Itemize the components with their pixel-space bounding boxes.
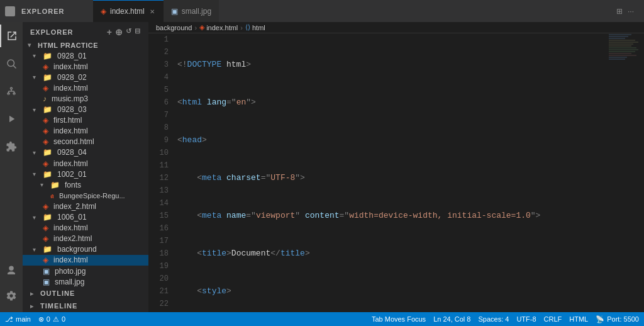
- app-icon: [5, 6, 15, 16]
- status-left: ⎇ main ⊗ 0 ⚠ 0: [5, 315, 65, 323]
- file-index2-1006_01[interactable]: ◈ index2.html: [23, 233, 148, 244]
- code-editor[interactable]: 12345 678910 1112131415 1617181920 21222…: [148, 33, 606, 312]
- file-label-first: first.html: [53, 116, 82, 125]
- status-line-ending[interactable]: CRLF: [544, 315, 562, 323]
- encoding-label: UTF-8: [516, 315, 536, 323]
- new-file-icon[interactable]: +: [107, 27, 113, 37]
- status-errors[interactable]: ⊗ 0 ⚠ 0: [38, 315, 65, 323]
- status-tab-moves[interactable]: Tab Moves Focus: [372, 315, 426, 323]
- activity-source-control[interactable]: [0, 80, 23, 103]
- folder-icon-fonts: 📁: [50, 181, 60, 189]
- tab-small-jpg[interactable]: ▣ small.jpg: [164, 0, 219, 22]
- file-music[interactable]: ♪ music.mp3: [23, 93, 148, 104]
- chevron-fonts: ▾: [40, 181, 48, 188]
- spaces-label: Spaces: 4: [478, 315, 509, 323]
- breadcrumb-background: background: [156, 24, 192, 31]
- outline-section[interactable]: ▸ OUTLINE: [23, 287, 148, 300]
- folder-label-1002_01: 1002_01: [57, 170, 87, 179]
- sidebar: EXPLORER + ⊕ ↺ ⊟ ▾ HTML PRACTICE ▾ 📁 092…: [23, 22, 148, 312]
- folder-fonts[interactable]: ▾ 📁 fonts: [23, 179, 148, 190]
- file-index-0928_03[interactable]: ◈ index.html: [23, 126, 148, 137]
- file-first[interactable]: ◈ first.html: [23, 115, 148, 126]
- warning-count: 0: [62, 315, 65, 323]
- folder-0928_02[interactable]: ▾ 📁 0928_02: [23, 72, 148, 82]
- more-actions-icon[interactable]: ···: [628, 7, 634, 16]
- breadcrumb-tag-icon: ⟨⟩: [245, 23, 250, 31]
- activity-settings[interactable]: [0, 284, 23, 307]
- activity-account[interactable]: [0, 259, 23, 282]
- breadcrumb: background › ◈ index.html › ⟨⟩ html: [148, 22, 644, 33]
- root-folder[interactable]: ▾ HTML PRACTICE: [23, 40, 148, 50]
- file-index-0928_02[interactable]: ◈ index.html: [23, 82, 148, 93]
- folder-0928_04[interactable]: ▾ 📁 0928_04: [23, 147, 148, 158]
- folder-background[interactable]: ▾ 📁 background: [23, 244, 148, 255]
- chevron-0928_03: ▾: [33, 106, 40, 113]
- status-port[interactable]: 📡 Port: 5500: [596, 315, 639, 323]
- folder-1006_01[interactable]: ▾ 📁 1006_01: [23, 212, 148, 223]
- file-label-bungeespice: BungeeSpice-Regu...: [59, 192, 125, 200]
- status-language[interactable]: HTML: [569, 315, 588, 323]
- chevron-0928_01: ▾: [33, 52, 40, 59]
- activity-explorer[interactable]: [0, 25, 23, 47]
- file-second[interactable]: ◈ second.html: [23, 137, 148, 147]
- breadcrumb-section: ⟨⟩ html: [245, 23, 265, 31]
- timeline-label: TIMELINE: [40, 302, 77, 310]
- status-spaces[interactable]: Spaces: 4: [478, 315, 509, 323]
- jpg-icon-1: ▣: [43, 267, 50, 276]
- folder-label-0928_04: 0928_04: [57, 148, 87, 157]
- file-index-0928_01[interactable]: ◈ index.html: [23, 61, 148, 72]
- chevron-0928_02: ▾: [33, 74, 40, 81]
- timeline-section[interactable]: ▸ TIMELINE: [23, 300, 148, 312]
- activity-bar: [0, 22, 23, 312]
- breadcrumb-sep-2: ›: [240, 24, 243, 31]
- code-content[interactable]: <!DOCTYPE html> <html lang="en"> <head> …: [175, 33, 606, 312]
- root-label: HTML PRACTICE: [38, 42, 98, 49]
- file-label-index-2: index_2.html: [53, 202, 96, 211]
- tab-index-html-label: index.html: [110, 7, 145, 16]
- svg-point-0: [8, 60, 14, 67]
- img-file-icon: ▣: [171, 7, 178, 16]
- file-index-0928_04[interactable]: ◈ index.html: [23, 158, 148, 169]
- editor-area: background › ◈ index.html › ⟨⟩ html 1234…: [148, 22, 644, 312]
- split-editor-icon[interactable]: ⊞: [616, 7, 623, 16]
- folder-0928_01[interactable]: ▾ 📁 0928_01: [23, 50, 148, 61]
- status-branch[interactable]: ⎇ main: [5, 315, 31, 323]
- code-line-5: <meta name="viewport" content="width=dev…: [177, 210, 606, 222]
- html-icon-2: ◈: [43, 84, 48, 93]
- activity-run[interactable]: [0, 108, 23, 130]
- refresh-icon[interactable]: ↺: [126, 27, 132, 37]
- folder-1002_01[interactable]: ▾ 📁 1002_01: [23, 169, 148, 179]
- file-index-2[interactable]: ◈ index_2.html: [23, 201, 148, 211]
- chevron-0928_04: ▾: [33, 149, 40, 156]
- outline-label: OUTLINE: [40, 289, 75, 297]
- activity-extensions[interactable]: [0, 135, 23, 158]
- breadcrumb-file: ◈ index.html: [199, 23, 238, 31]
- folder-0928_03[interactable]: ▾ 📁 0928_03: [23, 104, 148, 115]
- chevron-1006_01: ▾: [33, 214, 40, 221]
- html-icon-5: ◈: [43, 137, 48, 146]
- chevron-background: ▾: [33, 246, 40, 253]
- status-position[interactable]: Ln 24, Col 8: [433, 315, 470, 323]
- file-photo[interactable]: ▣ photo.jpg: [23, 266, 148, 276]
- html-icon-4: ◈: [43, 126, 48, 135]
- file-bungeespice[interactable]: 𝖆 BungeeSpice-Regu...: [23, 190, 148, 201]
- collapse-all-icon[interactable]: ⊟: [135, 27, 141, 37]
- folder-label-0928_02: 0928_02: [57, 73, 87, 82]
- folder-label-fonts: fonts: [65, 181, 81, 189]
- outline-chevron: ▸: [30, 290, 38, 297]
- tab-index-html[interactable]: ◈ index.html ✕: [93, 0, 164, 22]
- file-small[interactable]: ▣ small.jpg: [23, 276, 148, 287]
- activity-search[interactable]: [0, 52, 23, 75]
- html-icon-10: ◈: [43, 256, 48, 264]
- status-branch-label: main: [16, 315, 31, 323]
- code-line-7: <style>: [177, 285, 606, 298]
- folder-icon-1006_01: 📁: [43, 213, 52, 222]
- file-index-background[interactable]: ◈ index.html: [23, 255, 148, 266]
- tab-index-html-close[interactable]: ✕: [148, 7, 156, 16]
- font-icon: 𝖆: [50, 191, 54, 200]
- file-label-music: music.mp3: [52, 94, 88, 103]
- sidebar-header: EXPLORER + ⊕ ↺ ⊟: [23, 22, 148, 40]
- file-index-1006_01[interactable]: ◈ index.html: [23, 223, 148, 233]
- status-encoding[interactable]: UTF-8: [516, 315, 536, 323]
- new-folder-icon[interactable]: ⊕: [115, 27, 123, 37]
